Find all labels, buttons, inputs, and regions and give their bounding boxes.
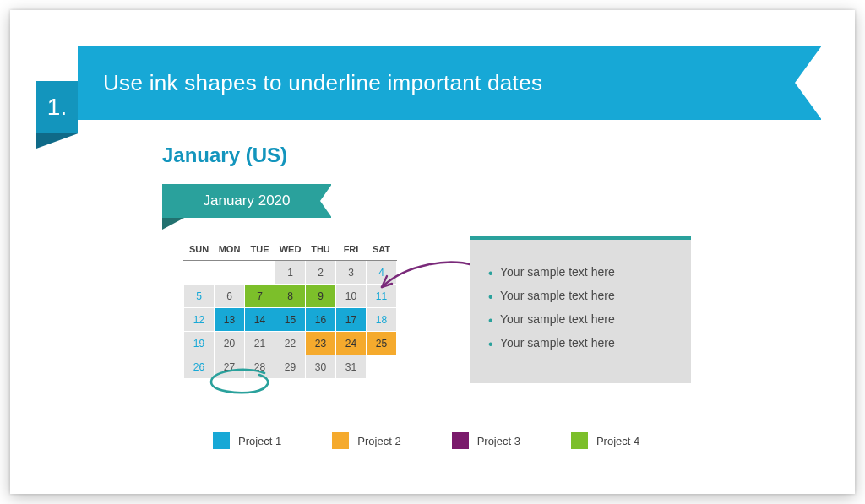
calendar-cell: 18 xyxy=(367,308,397,332)
calendar-cell: 14 xyxy=(245,308,275,332)
calendar-cell: 3 xyxy=(336,261,367,285)
calendar-cell: 16 xyxy=(306,308,336,332)
calendar-cell: 30 xyxy=(306,355,336,379)
calendar-cell: 28 xyxy=(245,355,275,379)
calendar-cell: 13 xyxy=(215,308,245,332)
legend-swatch xyxy=(571,432,588,449)
calendar-cell: 10 xyxy=(336,285,367,308)
legend-swatch xyxy=(213,432,230,449)
legend-label: Project 1 xyxy=(238,435,281,447)
calendar-cell: 19 xyxy=(184,332,215,355)
calendar-cell: 15 xyxy=(275,308,306,332)
calendar-header-cell: THU xyxy=(306,237,336,261)
calendar-row: 19202122232425 xyxy=(184,332,397,355)
calendar-cell: 12 xyxy=(184,308,215,332)
calendar-cell: 25 xyxy=(367,332,397,355)
legend: Project 1Project 2Project 3Project 4 xyxy=(213,432,639,449)
calendar-cell: 4 xyxy=(367,261,397,285)
legend-item: Project 1 xyxy=(213,432,281,449)
calendar: SUNMONTUEWEDTHUFRISAT 123456789101112131… xyxy=(183,236,397,379)
calendar-row: 12131415161718 xyxy=(184,308,397,332)
calendar-cell: 2 xyxy=(306,261,336,285)
textbox: Your sample text hereYour sample text he… xyxy=(470,240,691,383)
calendar-header-cell: TUE xyxy=(245,237,275,261)
calendar-cell: 21 xyxy=(245,332,275,355)
calendar-cell: 23 xyxy=(306,332,336,355)
calendar-header-cell: SAT xyxy=(367,237,397,261)
calendar-header-cell: FRI xyxy=(336,237,367,261)
calendar-cell: 20 xyxy=(215,332,245,355)
calendar-cell: 24 xyxy=(336,332,367,355)
calendar-cell: 11 xyxy=(367,285,397,308)
legend-item: Project 3 xyxy=(452,432,520,449)
title-ribbon: Use ink shapes to underline important da… xyxy=(78,46,821,120)
calendar-cell: 26 xyxy=(184,355,215,379)
calendar-cell: 9 xyxy=(306,285,336,308)
calendar-cell: 8 xyxy=(275,285,306,308)
legend-label: Project 4 xyxy=(596,435,639,447)
legend-item: Project 4 xyxy=(571,432,639,449)
calendar-header-cell: SUN xyxy=(184,237,215,261)
calendar-cell: 7 xyxy=(245,285,275,308)
calendar-cell xyxy=(245,261,275,285)
calendar-cell: 1 xyxy=(275,261,306,285)
calendar-cell xyxy=(367,355,397,379)
legend-label: Project 2 xyxy=(357,435,400,447)
textbox-item: Your sample text here xyxy=(488,260,672,284)
section-heading: January (US) xyxy=(162,144,287,167)
legend-swatch xyxy=(332,432,349,449)
title-number-badge: 1. xyxy=(36,81,78,133)
calendar-header-cell: MON xyxy=(215,237,245,261)
legend-item: Project 2 xyxy=(332,432,400,449)
month-label: January 2020 xyxy=(203,192,290,209)
calendar-header-row: SUNMONTUEWEDTHUFRISAT xyxy=(184,237,397,261)
calendar-header-cell: WED xyxy=(275,237,306,261)
calendar-cell: 31 xyxy=(336,355,367,379)
calendar-cell: 27 xyxy=(215,355,245,379)
legend-swatch xyxy=(452,432,469,449)
calendar-cell: 5 xyxy=(184,285,215,308)
calendar-cell xyxy=(215,261,245,285)
slide: Use ink shapes to underline important da… xyxy=(10,10,855,494)
month-ribbon: January 2020 xyxy=(162,184,331,218)
calendar-cell xyxy=(184,261,215,285)
calendar-row: 1234 xyxy=(184,261,397,285)
calendar-cell: 6 xyxy=(215,285,245,308)
textbox-item: Your sample text here xyxy=(488,307,672,331)
calendar-cell: 22 xyxy=(275,332,306,355)
textbox-item: Your sample text here xyxy=(488,284,672,307)
title-text: Use ink shapes to underline important da… xyxy=(103,70,542,96)
title-number-text: 1. xyxy=(47,94,67,121)
textbox-item: Your sample text here xyxy=(488,331,672,355)
textbox-list: Your sample text hereYour sample text he… xyxy=(488,260,672,355)
calendar-row: 567891011 xyxy=(184,285,397,308)
legend-label: Project 3 xyxy=(477,435,520,447)
calendar-cell: 17 xyxy=(336,308,367,332)
calendar-row: 262728293031 xyxy=(184,355,397,379)
calendar-cell: 29 xyxy=(275,355,306,379)
